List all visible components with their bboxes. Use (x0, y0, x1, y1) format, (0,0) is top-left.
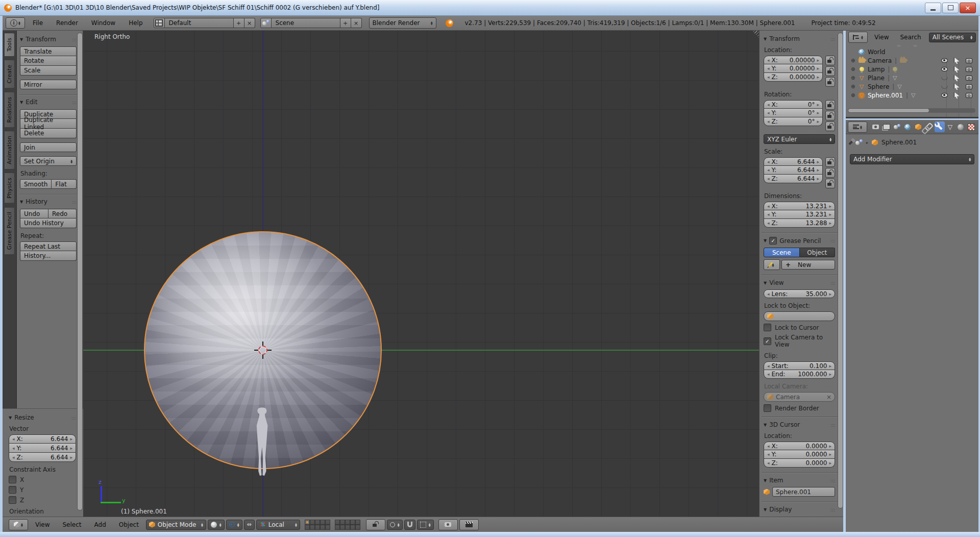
selectability-pointer-icon[interactable] (954, 83, 960, 90)
shade-smooth-button[interactable]: Smooth (20, 179, 52, 189)
tool-shelf-scrollbar[interactable] (77, 33, 83, 510)
rotation-z-field[interactable]: ◂Z:0°▸ (764, 117, 823, 126)
outliner-item-label-active[interactable]: Sphere.001 (868, 92, 903, 99)
menu-window[interactable]: Window (86, 19, 121, 27)
outliner-row-world[interactable]: ⊕ World (846, 47, 978, 56)
menu-view[interactable]: View (30, 521, 55, 528)
scale-y-field[interactable]: ◂Y:6.644▸ (764, 166, 823, 175)
menu-render[interactable]: Render (51, 19, 84, 27)
editor-type-3dview-button[interactable]: ▲▼ (9, 519, 28, 530)
local-camera-field[interactable]: Camera × (764, 392, 835, 402)
minimize-button[interactable] (925, 3, 941, 13)
scale-z-field[interactable]: ◂Z:6.644▸ (764, 175, 823, 183)
outliner-search-menu[interactable]: Search (895, 34, 925, 41)
tab-object-data[interactable]: ▽ (945, 121, 955, 132)
tab-constraints[interactable] (924, 121, 934, 132)
drag-dots-icon[interactable]: :::: (830, 478, 835, 483)
lock-to-cursor-checkbox[interactable] (764, 324, 771, 331)
outliner-row-lamp[interactable]: ⊕ Lamp | (846, 65, 978, 74)
scale-button[interactable]: Scale (20, 66, 77, 76)
outliner-row-sphere[interactable]: ⊕ ▽ Sphere | ▽ (846, 82, 978, 91)
renderability-camera-icon[interactable] (966, 58, 972, 63)
tab-tools[interactable]: Tools (4, 33, 15, 57)
add-layout-button[interactable]: + (234, 18, 244, 28)
lock-to-object-field[interactable] (764, 311, 835, 321)
panel-header-history[interactable]: ▼ History :::: (20, 198, 77, 205)
gp-new-layer-button[interactable]: +New (781, 260, 835, 270)
location-x-field[interactable]: ◂X:0.00000▸ (764, 56, 823, 64)
panel-header-display[interactable]: ▼ Display :::: (764, 506, 835, 513)
lock-camera-checkbox[interactable]: ✓ (764, 337, 771, 345)
expand-icon[interactable]: ⊕ (851, 66, 857, 72)
lock-location-z-icon[interactable] (825, 77, 835, 87)
mode-select[interactable]: Object Mode ▲▼ (146, 520, 206, 530)
undo-button[interactable]: Undo (20, 209, 48, 218)
delete-scene-button[interactable]: × (351, 18, 362, 28)
panel-header-view[interactable]: ▼ View :::: (764, 279, 835, 286)
tab-scene[interactable] (892, 121, 902, 132)
cursor-z-field[interactable]: ◂Z:0.0000▸ (764, 459, 835, 468)
outliner-scope-select[interactable]: All Scenes▲▼ (929, 33, 976, 42)
layers-grid-2[interactable] (335, 520, 360, 530)
lock-rotation-z-icon[interactable] (825, 121, 835, 131)
visibility-eye-icon[interactable] (941, 93, 948, 97)
lock-rotation-y-icon[interactable] (825, 111, 835, 120)
tab-grease-pencil[interactable]: Grease Pencil (4, 207, 15, 255)
clear-camera-icon[interactable]: × (826, 394, 831, 401)
resize-y-field[interactable]: ◂Y:6.644▸ (9, 444, 76, 453)
snap-toggle[interactable] (404, 520, 415, 530)
visibility-eye-closed-icon[interactable] (941, 86, 948, 89)
redo-button[interactable]: Redo (48, 209, 77, 218)
repeat-last-button[interactable]: Repeat Last (20, 241, 77, 251)
drag-dots-icon[interactable]: :::: (71, 415, 76, 421)
drag-dots-icon[interactable]: :::: (72, 199, 77, 205)
drag-dots-icon[interactable]: :::: (830, 422, 835, 428)
item-name-field[interactable]: Sphere.001 (772, 487, 835, 497)
menu-object[interactable]: Object (113, 521, 144, 528)
dimensions-z-field[interactable]: ◂Z:13.288▸ (764, 219, 835, 228)
outliner-item-label[interactable]: Lamp (868, 66, 885, 73)
drag-dots-icon[interactable]: :::: (830, 280, 835, 286)
renderability-camera-icon[interactable] (966, 84, 972, 89)
outliner-item-label[interactable]: World (868, 48, 885, 56)
add-scene-button[interactable]: + (340, 18, 351, 28)
layers-grid-1[interactable] (305, 520, 330, 530)
clip-end-field[interactable]: ◂End:1000.000▸ (764, 370, 835, 379)
panel-header-transform[interactable]: ▼ Transform :::: (20, 36, 77, 43)
gp-object-toggle[interactable]: Object (800, 248, 836, 257)
tab-material[interactable] (955, 121, 966, 132)
render-opengl-button[interactable] (438, 519, 458, 530)
panel-header-transform-n[interactable]: ▼ Transform :::: (764, 35, 835, 42)
grease-pencil-checkbox[interactable]: ✓ (769, 237, 777, 245)
lock-scale-x-icon[interactable] (825, 157, 835, 167)
menu-help[interactable]: Help (123, 19, 148, 27)
lock-to-scene-button[interactable] (366, 519, 385, 530)
drag-dots-icon[interactable]: :::: (830, 238, 835, 243)
tab-create[interactable]: Create (4, 60, 15, 89)
gp-scene-toggle[interactable]: Scene (764, 248, 800, 257)
menu-select[interactable]: Select (57, 521, 87, 528)
expand-icon[interactable]: ⊕ (851, 84, 857, 89)
renderability-camera-icon[interactable] (966, 76, 972, 81)
maximize-button[interactable] (942, 3, 959, 13)
panel-header-item[interactable]: ▼ Item :::: (764, 477, 835, 484)
rotation-mode-select[interactable]: XYZ Euler ▲▼ (764, 134, 835, 144)
lock-rotation-x-icon[interactable] (825, 100, 835, 110)
npanel-scrollbar[interactable] (838, 33, 843, 508)
snap-element-select[interactable]: ▲▼ (417, 520, 434, 530)
selectability-pointer-icon[interactable] (954, 75, 960, 82)
scale-x-field[interactable]: ◂X:6.644▸ (764, 157, 823, 166)
renderability-camera-icon[interactable] (966, 67, 972, 72)
location-y-field[interactable]: ◂Y:0.00000▸ (764, 64, 823, 73)
expand-icon[interactable]: ⊕ (851, 92, 857, 98)
breadcrumb-object-name[interactable]: Sphere.001 (881, 139, 917, 146)
clip-start-field[interactable]: ◂Start:0.100▸ (764, 361, 835, 370)
drag-dots-icon[interactable]: :::: (830, 36, 835, 42)
render-engine-select[interactable]: Blender Render ▲▼ (369, 17, 436, 29)
pin-icon[interactable] (848, 140, 853, 144)
lock-scale-z-icon[interactable] (825, 179, 835, 188)
lock-location-x-icon[interactable] (825, 56, 835, 65)
rotation-y-field[interactable]: ◂Y:0°▸ (764, 109, 823, 117)
constraint-y-checkbox[interactable] (9, 486, 16, 494)
outliner-row-camera[interactable]: ⊕ Camera | (846, 56, 978, 65)
